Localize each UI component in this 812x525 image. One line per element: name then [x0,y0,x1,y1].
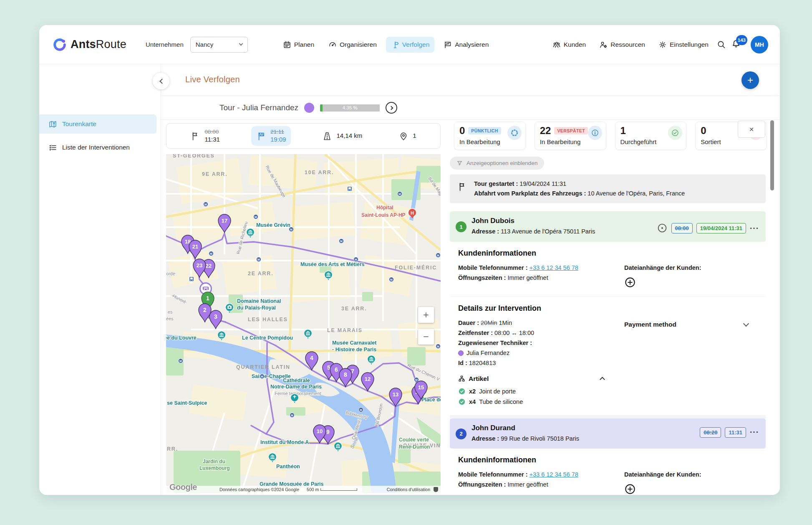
map-label-place-de: Place de [421,397,441,403]
sidebar: TourenkarteListe der Interventionen [39,64,161,495]
nav-item-kunden[interactable]: Kunden [547,37,591,53]
map-label-orde: orde [166,271,175,276]
svg-text:22: 22 [206,263,212,269]
map-data-credit: Données cartographiques ©2024 Google [219,487,299,492]
stop-number-badge: 1 [456,221,467,232]
chflag-icon [256,131,266,141]
metro-icon: M [260,374,265,379]
sidebar-item-tourenkarte[interactable]: Tourenkarte [39,114,156,134]
artikel-heading: Artikel [469,375,489,383]
back-button[interactable] [153,73,169,89]
hours-label: Öffnungszeiten : [458,481,506,488]
tour-titlebar: Tour - Julia Fernandez 4.35 % [161,96,780,120]
close-panel-button[interactable]: × [738,121,765,138]
nav-item-verfolgen[interactable]: Verfolgen [386,37,435,53]
checkring-icon [668,126,682,140]
metro-icon: M [414,378,419,382]
panel-scrollbar[interactable] [770,120,774,190]
svg-text:M: M [437,345,439,348]
map-label-le-centre-pompidou: Le Centre Pompidou [242,335,293,341]
svg-text:M: M [290,228,293,231]
locate-icon[interactable] [657,223,668,233]
add-button[interactable]: + [741,71,759,89]
tour-progress-label: 4.35 % [320,104,380,112]
search-icon[interactable] [714,37,729,52]
map-label-2e-arr-: 2E ARR. [248,271,273,276]
stops-panel: Anzeigeoptionen einblenden Tour gestarte… [450,154,766,495]
zoom-out-button[interactable]: − [418,329,434,345]
nav-item-analysieren[interactable]: Analysieren [439,37,494,53]
stop-card-2[interactable]: 2 John Durand Adresse : 99 Rue de Rivoli… [450,418,766,449]
phone-link[interactable]: +33 6 12 34 56 78 [530,471,578,478]
svg-text:9: 9 [326,429,330,435]
trip-stat-0: 08:0011:31 [185,126,224,146]
tour-start-value: 19/04/2024 11:31 [519,180,566,187]
map-label-luxembourg: Luxembourg [199,465,230,471]
svg-text:13: 13 [393,391,398,398]
attachments-label: Dateianhänge der Kunden: [624,471,701,478]
add-attachment-button[interactable] [624,276,636,288]
map-label-institut-du-monde-a: Institut du Monde A [260,439,309,445]
payment-method-row[interactable]: Payment method [624,318,756,328]
tour-start-label: Tour gestartet : [474,180,518,187]
zoom-in-button[interactable]: + [418,307,434,323]
google-logo: Google [169,482,197,492]
artikel-header[interactable]: Artikel [458,375,604,383]
nav-item-planen[interactable]: Planen [278,37,319,53]
flag-icon [190,131,200,141]
stop-menu-button[interactable]: ··· [750,226,759,231]
chevron-up-icon [600,377,605,382]
hours-value: Immer geöffnet [507,481,548,488]
metro-icon: M [398,192,402,196]
section-heading: Kundeninformationen [458,456,756,464]
display-options-button[interactable]: Anzeigeoptionen einblenden [450,157,544,170]
technician-color-dot [458,350,464,356]
duration-old: 20Min [481,320,497,326]
logo[interactable]: AntsRoute [53,38,126,52]
secondary-nav: KundenRessourcenEinstellungen [547,37,714,53]
train-icon [348,187,352,191]
svg-text:H: H [411,211,414,216]
map-label-9e-arr-: 9E ARR. [202,171,227,177]
chevron-left-icon [159,79,165,84]
depart-value: 10 Avenue de l'Opéra, Paris, France [588,190,685,197]
map-label-coulée-verte: Coulée verte [399,437,429,443]
sidebar-item-liste-der-interventionen[interactable]: Liste der Interventionen [39,138,156,157]
attachments-label: Dateianhänge der Kunden: [624,264,701,271]
nav-item-ressourcen[interactable]: Ressourcen [594,37,650,53]
artikel-block: Artikel x2Joint de portex4Tube de silico… [458,375,756,406]
stop-name: John Dubois [472,217,653,225]
notifications-button[interactable]: 143 [729,36,743,53]
tour-next-button[interactable] [386,102,397,114]
map-label-es: es [168,309,173,314]
logo-text: AntsRoute [71,38,126,51]
chevron-right-icon [389,106,393,110]
metro-icon: M [254,215,258,219]
stop-card-1[interactable]: 1 John Dubois Adresse : 113 Avenue de l'… [450,211,766,242]
stop-menu-button[interactable]: ··· [750,430,759,434]
company-select[interactable]: Nancy [190,37,248,53]
map-label-ées: ées [166,316,174,321]
sitemap-icon [458,375,465,382]
svg-text:12: 12 [365,376,371,382]
tour-progress-bar: 4.35 % [320,104,380,112]
artikel-items: x2Joint de portex4Tube de silicone [458,388,756,406]
map-terms-link[interactable]: Conditions d'utilisation [387,487,430,492]
add-attachment-button[interactable] [624,483,636,495]
svg-text:3: 3 [214,313,217,320]
customer-info-section-2: Kundeninformationen Mobile Telefonnummer… [450,449,766,495]
section-divider [450,415,766,418]
avatar[interactable]: MH [751,36,768,53]
map-scale-label: 500 m [307,487,319,492]
map[interactable]: ST-GEORGES9E ARR.10E ARR.2E ARR.FOLIE-MÉ… [166,154,441,493]
nav-item-organisieren[interactable]: Organisieren [323,37,382,53]
metro-icon: M [354,257,358,262]
tour-start-banner: Tour gestartet : 19/04/2024 11:31 Abfahr… [450,175,766,203]
calendar-icon [283,41,291,49]
map-label-musée-du-louvre: Musée du Louvre [166,335,197,341]
phone-link[interactable]: +33 6 12 34 56 78 [530,264,578,271]
trip-stat-2: 14,14 km [317,129,367,144]
svg-text:M: M [415,378,418,381]
notification-badge: 143 [736,35,747,45]
nav-item-einstellungen[interactable]: Einstellungen [653,37,714,53]
